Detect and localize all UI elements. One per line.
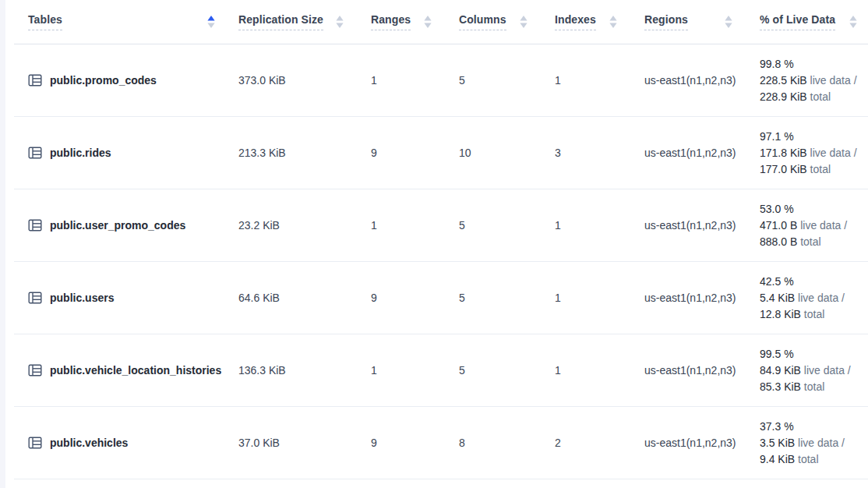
table-header-row: Tables Replication Size Ranges Columns — [14, 0, 868, 44]
live-data-value: 5.4 KiB — [760, 292, 795, 304]
total-data-suffix: total — [804, 380, 824, 393]
column-header-label[interactable]: Replication Size — [238, 13, 323, 30]
table-name-link[interactable]: public.promo_codes — [50, 74, 157, 87]
table-row: public.promo_codes 373.0 KiB 1 5 1 us-ea… — [14, 44, 868, 117]
table-name-link[interactable]: public.users — [50, 292, 114, 304]
indexes-value: 1 — [538, 219, 628, 232]
columns-value: 8 — [443, 437, 538, 449]
table-name-cell: public.promo_codes — [14, 73, 226, 87]
live-data-percent: 97.1 % — [760, 129, 868, 145]
table-grid-icon — [28, 218, 42, 232]
live-data-value: 228.5 KiB — [760, 74, 807, 87]
tables-list: Tables Replication Size Ranges Columns — [14, 0, 868, 479]
replication-size-value: 136.3 KiB — [226, 364, 355, 377]
sort-arrows-icon[interactable] — [336, 16, 344, 28]
total-data-value: 888.0 B — [760, 235, 797, 248]
column-header-regions[interactable]: Regions — [628, 13, 743, 30]
columns-value: 5 — [443, 74, 538, 87]
column-header-label[interactable]: % of Live Data — [760, 13, 835, 30]
table-name-cell: public.vehicles — [14, 436, 226, 450]
table-grid-icon — [28, 363, 42, 377]
column-header-ranges[interactable]: Ranges — [355, 13, 443, 30]
table-grid-icon — [28, 73, 42, 87]
column-header-replication-size[interactable]: Replication Size — [226, 13, 355, 30]
table-name-link[interactable]: public.vehicles — [50, 437, 128, 449]
indexes-value: 3 — [538, 147, 628, 159]
indexes-value: 1 — [538, 292, 628, 304]
table-name-cell: public.rides — [14, 146, 226, 160]
total-data-line: 12.8 KiB total — [760, 306, 868, 323]
column-header-of-live-data[interactable]: % of Live Data — [743, 13, 868, 30]
live-data-percent: 42.5 % — [760, 274, 868, 290]
column-header-tables[interactable]: Tables — [14, 13, 226, 30]
table-grid-icon — [28, 146, 42, 160]
live-data-percent: 99.5 % — [760, 346, 868, 362]
live-data-suffix: live data / — [798, 292, 845, 304]
regions-value: us-east1(n1,n2,n3) — [628, 292, 743, 304]
live-data-line: 3.5 KiB live data / — [760, 435, 868, 451]
sort-arrows-icon[interactable] — [424, 16, 432, 28]
table-name-cell: public.users — [14, 291, 226, 305]
total-data-line: 888.0 B total — [760, 234, 868, 250]
regions-value: us-east1(n1,n2,n3) — [628, 437, 743, 449]
column-header-indexes[interactable]: Indexes — [538, 13, 628, 30]
total-data-line: 9.4 KiB total — [760, 451, 868, 468]
sort-arrows-icon[interactable] — [849, 16, 857, 28]
table-grid-icon — [28, 436, 42, 450]
column-header-label[interactable]: Columns — [459, 13, 506, 30]
live-data-cell: 97.1 % 171.8 KiB live data / 177.0 KiB t… — [743, 129, 868, 178]
column-header-columns[interactable]: Columns — [443, 13, 538, 30]
ranges-value: 9 — [355, 437, 443, 449]
table-row: public.rides 213.3 KiB 9 10 3 us-east1(n… — [14, 117, 868, 189]
regions-value: us-east1(n1,n2,n3) — [628, 364, 743, 377]
live-data-line: 84.9 KiB live data / — [760, 362, 868, 379]
sort-arrows-icon[interactable] — [609, 16, 617, 28]
columns-value: 5 — [443, 292, 538, 304]
live-data-suffix: live data / — [810, 74, 857, 87]
live-data-cell: 37.3 % 3.5 KiB live data / 9.4 KiB total — [743, 419, 868, 468]
replication-size-value: 64.6 KiB — [226, 292, 355, 304]
indexes-value: 1 — [538, 74, 628, 87]
sort-arrows-icon[interactable] — [725, 16, 732, 28]
live-data-value: 171.8 KiB — [760, 147, 807, 159]
table-row: public.user_promo_codes 23.2 KiB 1 5 1 u… — [14, 189, 868, 262]
live-data-cell: 99.5 % 84.9 KiB live data / 85.3 KiB tot… — [743, 346, 868, 395]
total-data-value: 85.3 KiB — [760, 380, 801, 393]
table-name-link[interactable]: public.user_promo_codes — [50, 219, 185, 232]
ranges-value: 1 — [355, 74, 443, 87]
table-name-cell: public.vehicle_location_histories — [14, 363, 226, 377]
total-data-line: 177.0 KiB total — [760, 161, 868, 178]
page-gutter — [0, 0, 5, 488]
live-data-value: 471.0 B — [760, 219, 797, 232]
live-data-cell: 42.5 % 5.4 KiB live data / 12.8 KiB tota… — [743, 274, 868, 323]
live-data-suffix: live data / — [810, 147, 857, 159]
indexes-value: 1 — [538, 364, 628, 377]
live-data-line: 471.0 B live data / — [760, 217, 868, 234]
table-name-link[interactable]: public.rides — [50, 147, 111, 159]
total-data-suffix: total — [800, 235, 820, 248]
live-data-suffix: live data / — [798, 437, 845, 449]
ranges-value: 9 — [355, 147, 443, 159]
table-name-cell: public.user_promo_codes — [14, 218, 226, 232]
column-header-label[interactable]: Indexes — [555, 13, 596, 30]
column-header-label[interactable]: Tables — [28, 13, 62, 30]
live-data-suffix: live data / — [804, 364, 851, 377]
column-header-label[interactable]: Ranges — [371, 13, 411, 30]
live-data-line: 228.5 KiB live data / — [760, 72, 868, 89]
total-data-suffix: total — [798, 453, 818, 465]
sort-arrows-icon[interactable] — [520, 16, 528, 28]
table-body: public.promo_codes 373.0 KiB 1 5 1 us-ea… — [14, 44, 868, 479]
live-data-line: 171.8 KiB live data / — [760, 145, 868, 161]
regions-value: us-east1(n1,n2,n3) — [628, 74, 743, 87]
live-data-percent: 53.0 % — [760, 201, 868, 217]
sort-arrows-icon[interactable] — [207, 16, 215, 28]
total-data-suffix: total — [810, 90, 831, 103]
total-data-line: 85.3 KiB total — [760, 379, 868, 395]
table-name-link[interactable]: public.vehicle_location_histories — [50, 364, 221, 377]
live-data-value: 3.5 KiB — [760, 437, 795, 449]
columns-value: 5 — [443, 364, 538, 377]
table-row: public.users 64.6 KiB 9 5 1 us-east1(n1,… — [14, 262, 868, 334]
column-header-label[interactable]: Regions — [644, 13, 688, 30]
replication-size-value: 373.0 KiB — [226, 74, 355, 87]
live-data-percent: 99.8 % — [760, 56, 868, 72]
